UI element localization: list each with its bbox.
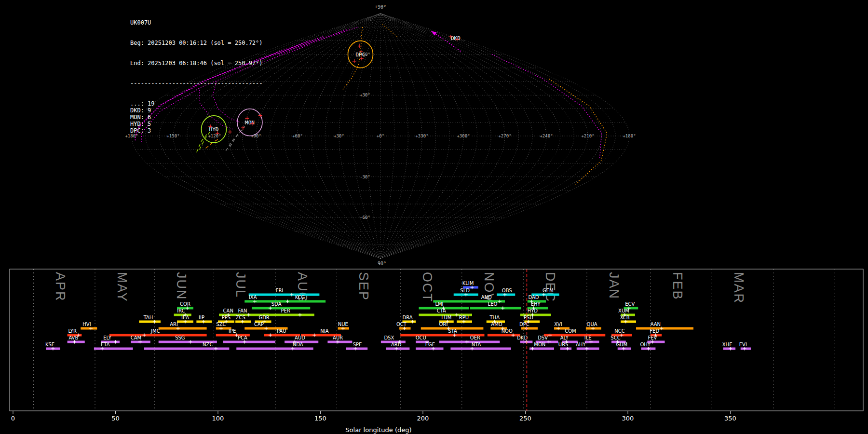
shower-bar-xcb: [621, 321, 636, 323]
month-label: SEP: [356, 272, 371, 301]
shower-label-amo: AMO: [491, 322, 502, 327]
shower-label-aly: ALY: [560, 335, 569, 340]
shower-label-zcs: ZCS: [236, 315, 245, 320]
shower-count-list: ...: 19DKD: 9MON: 6HYD: 5DPC: 3: [130, 100, 263, 134]
svg-text:-90°: -90°: [375, 261, 386, 266]
shower-label-oer: OER: [470, 335, 480, 340]
plus-icon: [358, 44, 362, 48]
x-tick-label: 50: [111, 415, 120, 422]
shower-bar-com: [544, 334, 606, 337]
month-label: JAN: [607, 272, 621, 299]
meteor-trail: [343, 27, 363, 90]
svg-text:+30°: +30°: [334, 134, 344, 138]
shower-label-per: PER: [281, 308, 290, 313]
x-tick-label: 0: [11, 415, 15, 422]
svg-text:+240°: +240°: [540, 134, 553, 138]
x-tick-label: 300: [622, 415, 634, 422]
shower-label-jmc: JMC: [150, 328, 160, 334]
shower-label-ile: ILE: [584, 335, 592, 340]
shower-label-fed: FED: [650, 328, 659, 334]
svg-text:+60°: +60°: [360, 52, 370, 57]
shower-label-tha: THA: [489, 315, 500, 320]
shower-label-ssg: SSG: [175, 335, 185, 340]
shower-label-pau: PAU: [277, 328, 286, 334]
month-label: JUL: [233, 272, 248, 298]
shower-label-hvi: HVI: [82, 322, 91, 327]
shower-bar-hvi: [81, 327, 97, 330]
month-label: OCT: [420, 272, 434, 302]
shower-label-spe: SPE: [353, 342, 362, 347]
shower-label-ncc: NCC: [614, 328, 624, 334]
shower-label-sda: SDA: [271, 301, 282, 307]
shower-bar-ege: [416, 348, 443, 350]
shower-label-and: AND: [481, 295, 492, 300]
shower-label-mon: MON: [534, 342, 545, 347]
station-id: UK007U: [130, 19, 263, 26]
shower-label-scc: SCC: [610, 335, 620, 340]
shower-label-xvi: XVI: [554, 322, 562, 327]
shower-label-noo: NOO: [502, 328, 513, 334]
shower-label-iip: IIP: [199, 315, 204, 320]
shower-label-dra: DRA: [403, 315, 413, 320]
shower-label-kcg: KCG: [295, 295, 305, 300]
shower-bar-nda: [236, 348, 313, 350]
svg-text:+0°: +0°: [377, 134, 384, 138]
begin-time: Beg: 20251203 00:16:12 (sol = 250.72°): [130, 40, 263, 46]
x-tick-label: 200: [417, 415, 429, 422]
shower-label-ehy: EHY: [531, 301, 541, 307]
shower-label-nue: NUE: [338, 322, 348, 327]
shower-label-szc: SZC: [216, 322, 226, 327]
shower-label-nda: NDA: [293, 342, 303, 347]
observation-header: UK007U Beg: 20251203 00:16:12 (sol = 250…: [130, 6, 263, 148]
count-line: DPC: 3: [130, 127, 263, 134]
shower-label-gdr: GDR: [258, 315, 269, 320]
shower-label-eta: ETA: [101, 342, 110, 347]
shower-label-nzc: NZC: [203, 342, 213, 347]
shower-label-dpc: DPC: [519, 322, 529, 327]
count-line: HYD: 5: [130, 121, 263, 127]
svg-text:+60°: +60°: [292, 134, 303, 138]
count-line: MON: 6: [130, 114, 263, 121]
x-tick-label: 100: [212, 415, 224, 422]
svg-text:+330°: +330°: [415, 134, 428, 138]
shower-bar-leo: [470, 307, 521, 310]
shower-label-gem: GEM: [542, 288, 554, 293]
shower-label-klim: KLIM: [462, 281, 474, 286]
svg-text:+180°: +180°: [623, 134, 636, 138]
shower-label-dkd: DKD: [517, 335, 528, 340]
shower-label-aur: AUR: [333, 335, 343, 340]
shower-label-dsx: DSX: [384, 335, 394, 340]
shower-label-oct: OCT: [396, 322, 407, 327]
end-time: End: 20251203 06:18:46 (sol = 250.97°): [130, 60, 263, 67]
shower-bars: KLIMFRISLDOBSGEMIXAKCGANDDADCORSDALMILEO…: [45, 281, 751, 351]
month-label: MAY: [115, 272, 129, 302]
shower-label-pca: PCA: [238, 335, 247, 340]
meteor-orbit-screen: UK007U Beg: 20251203 00:16:12 (sol = 250…: [0, 0, 868, 434]
shower-label-avb: AVB: [68, 335, 78, 340]
shower-label-cta: CTA: [437, 308, 446, 313]
meteor-trail: [492, 54, 602, 158]
month-label: DEC: [543, 272, 557, 302]
shower-label-fri: FRI: [276, 288, 284, 293]
header-divider: --------------------------------------: [130, 80, 263, 87]
shower-bar-per: [263, 314, 314, 316]
shower-label-kse: KSE: [45, 342, 54, 347]
x-axis: 050100150200250300350Solar longitude (de…: [11, 411, 736, 434]
shower-label-tah: TAH: [143, 315, 153, 320]
shower-bar-pca: [223, 341, 275, 343]
shower-bar-fri: [249, 294, 320, 296]
shower-label-ard: ARD: [391, 342, 402, 347]
shower-label-aan: AAN: [651, 322, 661, 327]
month-labels: APRMAYJUNJULAUGSEPOCTNOVDECJANFEBMAR: [53, 272, 746, 304]
shower-label-ecv: ECV: [625, 301, 635, 307]
x-tick-label: 350: [724, 415, 736, 422]
month-label: FEB: [670, 272, 685, 300]
shower-label-psu: PSU: [524, 315, 533, 320]
count-line: DKD: 9: [130, 107, 263, 114]
plus-icon: [353, 59, 356, 63]
meteor-trail: [549, 79, 607, 185]
shower-label-irc: IRC: [177, 308, 185, 313]
shower-label-gum: GUM: [616, 342, 627, 347]
svg-text:-30°: -30°: [360, 175, 370, 179]
shower-label-nta: NTA: [472, 342, 481, 347]
